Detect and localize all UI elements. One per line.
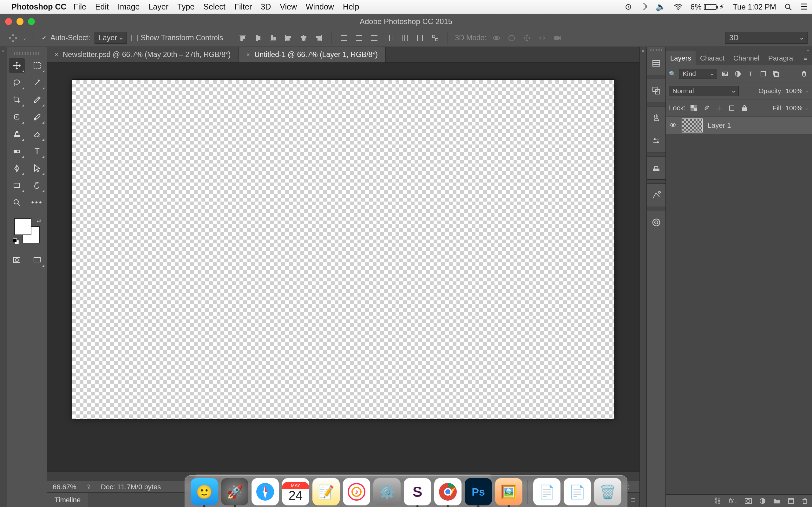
color-swatches[interactable]: ⇄ xyxy=(14,218,40,243)
tools-grip[interactable] xyxy=(14,52,40,55)
menubar-clock[interactable]: Tue 1:02 PM xyxy=(733,3,776,11)
zoom-tool[interactable] xyxy=(9,195,25,210)
link-layers-icon[interactable]: ⛓ xyxy=(714,497,721,505)
layer-name[interactable]: Layer 1 xyxy=(708,121,731,130)
menu-type[interactable]: Type xyxy=(177,2,194,11)
screen-mode-button[interactable] xyxy=(29,253,45,268)
share-icon[interactable]: ⇪ xyxy=(86,483,91,491)
crop-tool[interactable] xyxy=(9,93,25,107)
notification-center-icon[interactable]: ☰ xyxy=(800,2,808,12)
layers-tab[interactable]: Layers xyxy=(666,51,696,65)
clone-stamp-tool[interactable] xyxy=(9,127,25,141)
distribute-top-icon[interactable] xyxy=(339,33,349,43)
dock-recent-doc-1[interactable]: 📄 xyxy=(533,478,560,505)
default-colors-icon[interactable] xyxy=(13,238,19,244)
filter-adjustment-icon[interactable] xyxy=(733,69,743,78)
document-tab[interactable]: ×Newsletter.psd @ 66.7% (May 20th – 27th… xyxy=(47,47,239,62)
document-info[interactable]: Doc: 11.7M/0 bytes xyxy=(101,483,161,491)
layer-style-icon[interactable]: fx⌄ xyxy=(728,497,737,505)
document-tab[interactable]: ×Untitled-1 @ 66.7% (Layer 1, RGB/8*) xyxy=(239,47,386,62)
layer-mask-icon[interactable] xyxy=(745,498,752,504)
visibility-toggle-icon[interactable]: 👁 xyxy=(670,121,676,130)
libraries-panel-icon[interactable] xyxy=(649,216,663,229)
menu-filter[interactable]: Filter xyxy=(235,2,252,11)
delete-layer-icon[interactable] xyxy=(802,498,808,504)
dock-trash[interactable]: 🗑️ xyxy=(594,478,621,505)
marquee-tool[interactable] xyxy=(29,58,45,73)
lock-artboard-icon[interactable] xyxy=(727,103,737,113)
history-panel-icon[interactable] xyxy=(649,56,663,70)
dock-photos[interactable]: 🖼️ xyxy=(495,478,522,505)
edit-toolbar-button[interactable]: ••• xyxy=(29,195,45,210)
layers-collapse-handle[interactable]: » xyxy=(666,47,812,51)
align-vcenter-icon[interactable] xyxy=(252,33,263,43)
right-collapse-handle[interactable]: « xyxy=(640,47,647,507)
auto-align-icon[interactable] xyxy=(430,33,441,43)
document-canvas[interactable] xyxy=(72,80,614,419)
layer-thumbnail[interactable] xyxy=(681,118,703,132)
menu-image[interactable]: Image xyxy=(118,2,140,11)
show-transform-checkbox[interactable]: Show Transform Controls xyxy=(131,34,223,42)
align-top-icon[interactable] xyxy=(237,33,248,43)
timeline-menu-icon[interactable]: ≡ xyxy=(631,496,635,504)
distribute-vcenter-icon[interactable] xyxy=(354,33,364,43)
filter-pixel-icon[interactable] xyxy=(720,69,730,78)
dock-itunes[interactable]: ♪ xyxy=(343,478,370,505)
app-name[interactable]: Photoshop CC xyxy=(11,2,67,11)
layer-row[interactable]: 👁 Layer 1 xyxy=(666,117,812,134)
clone-source-panel-icon[interactable] xyxy=(649,161,663,175)
dock-finder[interactable]: 🙂 xyxy=(191,478,218,505)
auto-select-target-dropdown[interactable]: Layer xyxy=(95,32,127,44)
close-tab-icon[interactable]: × xyxy=(55,51,58,58)
minimize-window-button[interactable] xyxy=(16,18,23,25)
swap-colors-icon[interactable]: ⇄ xyxy=(37,217,41,223)
brushes-panel-icon[interactable] xyxy=(649,111,663,125)
menu-help[interactable]: Help xyxy=(343,2,359,11)
dock-slack[interactable]: S xyxy=(404,478,431,505)
menu-select[interactable]: Select xyxy=(203,2,225,11)
dock-photoshop[interactable]: Ps xyxy=(465,478,492,505)
volume-icon[interactable]: 🔈 xyxy=(656,2,666,12)
group-layers-icon[interactable] xyxy=(773,498,780,504)
lock-image-icon[interactable] xyxy=(702,103,711,113)
menu-view[interactable]: View xyxy=(280,2,297,11)
filter-shape-icon[interactable] xyxy=(758,69,768,78)
wifi-icon[interactable] xyxy=(674,4,682,10)
type-tool[interactable]: T xyxy=(29,144,45,158)
channels-tab[interactable]: Channel xyxy=(729,51,764,65)
dock-system-preferences[interactable]: ⚙️ xyxy=(373,478,401,505)
canvas-viewport[interactable] xyxy=(47,63,640,471)
menu-edit[interactable]: Edit xyxy=(95,2,109,11)
menu-file[interactable]: File xyxy=(73,2,86,11)
dock-recent-doc-2[interactable]: 📄 xyxy=(564,478,591,505)
foreground-color-swatch[interactable] xyxy=(14,218,32,235)
dock-launchpad[interactable]: 🚀 xyxy=(221,478,248,505)
adjustment-layer-icon[interactable] xyxy=(759,498,766,504)
filter-smartobject-icon[interactable] xyxy=(771,69,780,78)
blend-mode-dropdown[interactable]: Normal xyxy=(669,86,739,96)
menu-layer[interactable]: Layer xyxy=(148,2,168,11)
eraser-tool[interactable] xyxy=(29,127,45,141)
timeline-tab[interactable]: Timeline xyxy=(47,493,88,507)
lock-all-icon[interactable] xyxy=(740,103,749,113)
dock-chrome[interactable] xyxy=(434,478,461,505)
swatches-panel-icon[interactable] xyxy=(649,134,663,148)
close-tab-icon[interactable]: × xyxy=(246,51,250,58)
close-window-button[interactable] xyxy=(5,18,12,25)
creative-cloud-icon[interactable]: ⊙ xyxy=(625,2,632,12)
brush-tool[interactable] xyxy=(29,110,45,124)
filter-toggle-icon[interactable] xyxy=(799,69,809,78)
align-right-icon[interactable] xyxy=(313,33,324,43)
fill-value[interactable]: 100% xyxy=(785,104,803,112)
spotlight-icon[interactable] xyxy=(784,3,792,11)
auto-select-checkbox[interactable]: Auto-Select: xyxy=(41,34,90,42)
pen-tool[interactable] xyxy=(9,161,25,176)
paragraph-tab[interactable]: Paragra xyxy=(764,51,798,65)
dock-safari[interactable] xyxy=(252,478,279,505)
battery-status[interactable]: 6% ⚡︎ xyxy=(691,3,725,11)
opacity-value[interactable]: 100% xyxy=(785,87,803,95)
distribute-bottom-icon[interactable] xyxy=(369,33,380,43)
dock-notes[interactable]: 📝 xyxy=(312,478,340,505)
align-bottom-icon[interactable] xyxy=(268,33,278,43)
zoom-readout[interactable]: 66.67% xyxy=(53,483,77,491)
